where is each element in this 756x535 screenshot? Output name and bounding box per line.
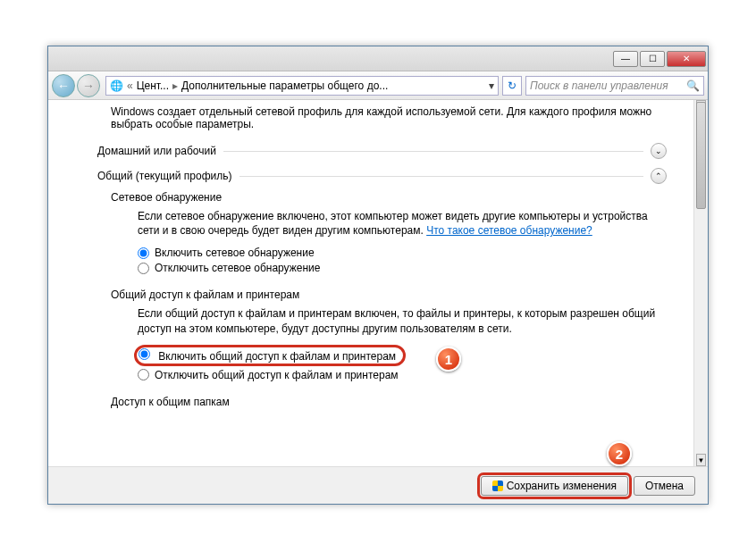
address-dropdown-icon[interactable]: ▾ [489, 79, 494, 92]
divider [223, 151, 643, 152]
scroll-down-icon[interactable]: ▼ [696, 454, 706, 466]
cancel-label: Отмена [645, 480, 684, 492]
fs-enable-label: Включить общий доступ к файлам и принтер… [158, 350, 396, 363]
nd-enable-label: Включить сетевое обнаружение [155, 247, 315, 259]
section-public-label: Общий (текущий профиль) [97, 170, 232, 182]
close-button[interactable]: ✕ [667, 51, 706, 67]
breadcrumb-2[interactable]: Дополнительные параметры общего до... [181, 79, 388, 92]
forward-button: → [77, 74, 100, 97]
back-button[interactable]: ← [52, 74, 75, 97]
save-button[interactable]: Сохранить изменения [481, 476, 628, 496]
what-is-link[interactable]: Что такое сетевое обнаружение? [426, 224, 592, 237]
search-placeholder: Поиск в панели управления [530, 79, 668, 92]
chevron-right-icon: ▸ [172, 79, 178, 92]
globe-icon: 🌐 [110, 79, 123, 92]
address-bar[interactable]: 🌐 « Цент... ▸ Дополнительные параметры о… [105, 76, 499, 96]
intro-text: Windows создает отдельный сетевой профил… [111, 105, 667, 130]
fs-enable-row[interactable]: Включить общий доступ к файлам и принтер… [138, 345, 667, 366]
nd-disable-radio[interactable] [138, 263, 149, 274]
file-sharing-desc: Если общий доступ к файлам и принтерам в… [138, 306, 667, 335]
breadcrumb-sep-icon: « [127, 79, 133, 92]
nd-disable-label: Отключить сетевое обнаружение [155, 262, 320, 274]
search-icon: 🔍 [686, 79, 700, 92]
shield-icon [492, 481, 503, 491]
file-sharing-heading: Общий доступ к файлам и принтерам [111, 288, 667, 301]
refresh-button[interactable]: ↻ [502, 76, 522, 96]
footer-bar: Сохранить изменения Отмена [48, 466, 708, 504]
search-input[interactable]: Поиск в панели управления 🔍 [525, 76, 704, 96]
scroll-viewport: Windows создает отдельный сетевой профил… [48, 100, 693, 466]
breadcrumb-1[interactable]: Цент... [137, 79, 169, 92]
section-home-label: Домашний или рабочий [97, 145, 216, 157]
save-label: Сохранить изменения [507, 480, 617, 492]
chevron-up-icon[interactable]: ⌃ [651, 168, 667, 184]
section-home[interactable]: Домашний или рабочий ⌄ [97, 143, 667, 159]
nd-enable-row[interactable]: Включить сетевое обнаружение [138, 247, 667, 259]
chevron-down-icon[interactable]: ⌄ [651, 143, 667, 159]
scrollbar-thumb[interactable] [696, 102, 706, 209]
callout-1: 1 [436, 347, 461, 372]
maximize-button[interactable]: ☐ [640, 51, 665, 67]
section-public[interactable]: Общий (текущий профиль) ⌃ [97, 168, 667, 184]
network-discovery-desc: Если сетевое обнаружение включено, этот … [138, 209, 667, 238]
fs-enable-radio[interactable] [139, 348, 150, 360]
vertical-scrollbar[interactable]: ▲ ▼ [693, 100, 708, 466]
cancel-button[interactable]: Отмена [634, 476, 695, 496]
minimize-button[interactable]: — [613, 51, 638, 67]
titlebar: — ☐ ✕ [48, 46, 708, 71]
fs-disable-label: Отключить общий доступ к файлам и принте… [155, 369, 399, 381]
fs-disable-row[interactable]: Отключить общий доступ к файлам и принте… [138, 369, 667, 381]
highlight-1: Включить общий доступ к файлам и принтер… [134, 345, 406, 366]
control-panel-window: — ☐ ✕ ← → 🌐 « Цент... ▸ Дополнительные п… [47, 46, 709, 505]
nd-disable-row[interactable]: Отключить сетевое обнаружение [138, 262, 667, 274]
nav-toolbar: ← → 🌐 « Цент... ▸ Дополнительные парамет… [48, 71, 708, 100]
nd-enable-radio[interactable] [138, 247, 149, 259]
network-discovery-heading: Сетевое обнаружение [111, 191, 667, 204]
fs-disable-radio[interactable] [138, 369, 149, 380]
callout-2: 2 [607, 441, 632, 466]
public-folders-heading: Доступ к общим папкам [111, 396, 667, 408]
divider [239, 176, 643, 177]
content-area: Windows создает отдельный сетевой профил… [48, 100, 708, 466]
